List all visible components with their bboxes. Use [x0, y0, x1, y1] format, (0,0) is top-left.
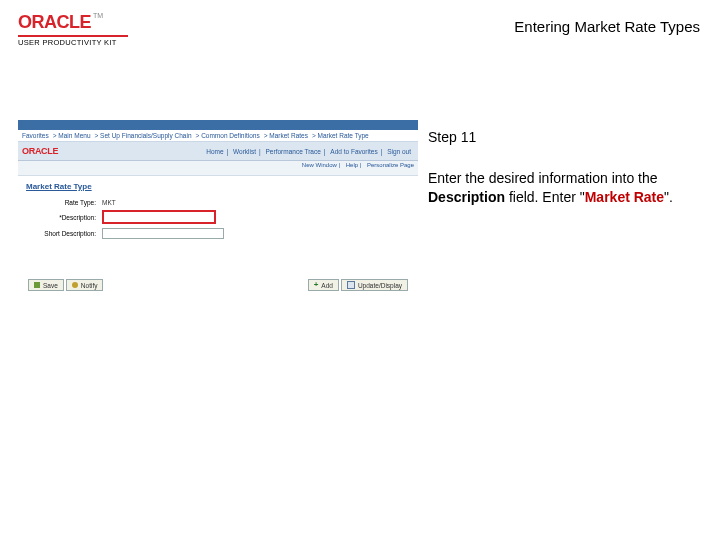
- nav-signout[interactable]: Sign out: [387, 148, 411, 155]
- notify-button[interactable]: Notify: [66, 279, 104, 291]
- breadcrumbs[interactable]: Favorites> Main Menu> Set Up Financials/…: [22, 132, 373, 139]
- update-display-button[interactable]: Update/Display: [341, 279, 408, 291]
- update-icon: [347, 281, 355, 289]
- nav-home[interactable]: Home: [206, 148, 223, 155]
- short-desc-input[interactable]: [102, 228, 224, 239]
- crumb[interactable]: Favorites: [22, 132, 49, 139]
- crumb[interactable]: Market Rate Type: [318, 132, 369, 139]
- brand-rule: [18, 35, 128, 37]
- oracle-logo-small: ORACLE: [22, 146, 58, 156]
- form-footer: Save Notify +Add Update/Display: [26, 279, 410, 291]
- notify-icon: [72, 282, 78, 288]
- oracle-logo: ORACLE: [18, 12, 91, 32]
- link-personalize[interactable]: Personalize Page: [367, 162, 414, 168]
- instruction-post: ".: [664, 189, 673, 205]
- row-short-desc: Short Description:: [26, 228, 410, 239]
- save-label: Save: [43, 282, 58, 289]
- embedded-screenshot: Favorites> Main Menu> Set Up Financials/…: [18, 120, 418, 303]
- page-title: Entering Market Rate Types: [514, 18, 700, 35]
- nav-links: Home| Worklist| Performance Trace| Add t…: [203, 148, 414, 155]
- save-icon: [34, 282, 40, 288]
- update-label: Update/Display: [358, 282, 402, 289]
- add-icon: +: [314, 282, 319, 288]
- label-short-desc: Short Description:: [26, 230, 96, 237]
- label-description: *Description:: [26, 214, 96, 221]
- app-topbar: [18, 120, 418, 130]
- section-heading: Market Rate Type: [26, 182, 410, 191]
- instruction-value: Market Rate: [585, 189, 664, 205]
- value-rate-type: MKT: [102, 199, 116, 206]
- add-button[interactable]: +Add: [308, 279, 339, 291]
- breadcrumb-bar: Favorites> Main Menu> Set Up Financials/…: [18, 130, 418, 142]
- instruction-panel: Step 11 Enter the desired information in…: [428, 128, 690, 207]
- link-help[interactable]: Help: [346, 162, 358, 168]
- step-label: Step 11: [428, 128, 690, 147]
- form-body: Market Rate Type Rate Type: MKT *Descrip…: [18, 176, 418, 303]
- crumb[interactable]: Main Menu: [58, 132, 90, 139]
- instruction-pre: Enter the desired information into the: [428, 170, 658, 186]
- crumb[interactable]: Common Definitions: [201, 132, 260, 139]
- row-rate-type: Rate Type: MKT: [26, 199, 410, 206]
- instruction-text: Enter the desired information into the D…: [428, 169, 690, 207]
- link-new-window[interactable]: New Window: [302, 162, 337, 168]
- brand-subtitle: USER PRODUCTIVITY KIT: [18, 38, 128, 47]
- crumb[interactable]: Set Up Financials/Supply Chain: [100, 132, 191, 139]
- nav-worklist[interactable]: Worklist: [233, 148, 256, 155]
- instruction-field: Description: [428, 189, 505, 205]
- app-subbar: New Window | Help | Personalize Page: [18, 161, 418, 176]
- save-button[interactable]: Save: [28, 279, 64, 291]
- instruction-mid: field. Enter ": [505, 189, 585, 205]
- description-input[interactable]: [102, 210, 216, 224]
- label-rate-type: Rate Type:: [26, 199, 96, 206]
- app-navbar: ORACLE Home| Worklist| Performance Trace…: [18, 142, 418, 161]
- nav-perf-trace[interactable]: Performance Trace: [266, 148, 321, 155]
- brand-block: ORACLETM USER PRODUCTIVITY KIT: [18, 12, 128, 47]
- notify-label: Notify: [81, 282, 98, 289]
- row-description: *Description:: [26, 210, 410, 224]
- nav-add-fav[interactable]: Add to Favorites: [330, 148, 377, 155]
- trademark: TM: [93, 12, 103, 19]
- crumb[interactable]: Market Rates: [269, 132, 308, 139]
- add-label: Add: [321, 282, 333, 289]
